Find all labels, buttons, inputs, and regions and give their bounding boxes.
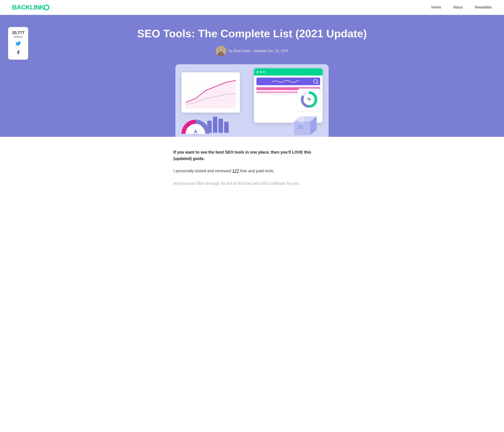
bar-4 [218,119,223,133]
box-3d [290,111,321,137]
author-avatar [216,46,226,56]
nav-item-newsletter[interactable]: Newsletter [475,5,492,9]
svg-point-7 [222,50,222,50]
browser-searchbar [256,78,320,85]
donut-chart: % [298,88,320,111]
main-content: If you want to see the best SEO tools in… [165,137,339,199]
intro-faded: And you can filter through the list to f… [173,180,331,187]
browser-dot-2 [260,71,262,73]
chart-window [181,72,240,113]
intro-bold: If you want to see the best SEO tools in… [173,149,331,162]
logo-o [44,5,49,10]
browser-dot-3 [263,71,265,73]
intro-normal: I personally tested and reviewed 177 fre… [173,168,331,174]
nav-links: Home About Newsletter [432,5,492,9]
hero-author: by Brian Dean · Updated Jan. 22, 2020 [32,46,472,56]
hero-title: SEO Tools: The Complete List (2021 Updat… [32,27,472,40]
browser-topbar [254,68,323,76]
svg-text:%: % [307,97,311,101]
browser-dot-1 [256,71,259,73]
intro-prefix: I personally tested and reviewed [173,169,232,173]
logo[interactable]: BACKLINK [12,4,49,11]
bar-3 [213,117,217,133]
nav-item-about[interactable]: About [453,5,463,9]
nav-item-home[interactable]: Home [432,5,441,9]
hero-content: SEO Tools: The Complete List (2021 Updat… [16,27,488,137]
share-label: shares [12,35,24,38]
gauge-chart [180,117,212,137]
navbar: BACKLINK Home About Newsletter [0,0,504,15]
logo-text: BACKLINK [12,4,44,11]
svg-point-21 [298,115,305,123]
author-text: by Brian Dean · Updated Jan. 22, 2020 [229,49,288,53]
share-count: 20,777 [12,30,24,35]
twitter-icon[interactable] [12,41,24,48]
bar-5 [224,122,229,133]
intro-number: 177 [232,169,239,173]
browser-bar-2 [256,91,297,93]
hero-section: 20,777 shares SEO Tools: The Complete Li… [0,15,504,137]
svg-point-6 [220,50,220,50]
hero-illustration: % [175,64,329,137]
intro-suffix: free and paid tools. [239,169,275,173]
search-icon [313,79,318,84]
share-box: 20,777 shares [8,27,28,60]
facebook-icon[interactable] [12,50,24,56]
